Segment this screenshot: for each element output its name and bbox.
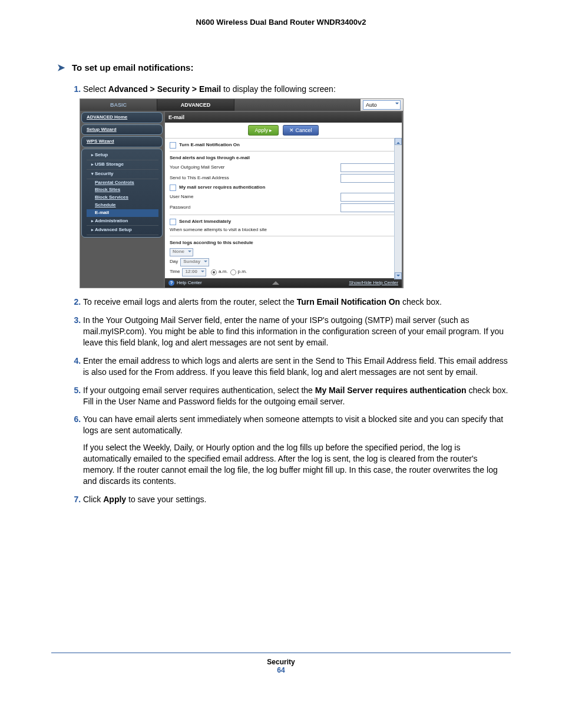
sidebar-block-sites[interactable]: Block Sites	[87, 186, 158, 194]
sidebar-parental-controls[interactable]: Parental Controls	[87, 179, 158, 187]
step-4: Enter the email address to which logs an…	[83, 355, 511, 378]
when-blocked-label: When someone attempts to visit a blocked…	[170, 227, 397, 233]
page-footer: Security 64	[51, 658, 511, 692]
day-select[interactable]: Sunday	[180, 258, 209, 266]
section-send-alerts: Send alerts and logs through e-mail	[170, 155, 397, 162]
panel-title: E-mail	[165, 112, 402, 123]
tab-advanced[interactable]: ADVANCED	[157, 99, 234, 111]
panel-form: Turn E-mail Notification On Send alerts …	[165, 139, 402, 278]
footer-rule	[51, 653, 511, 653]
footer-section: Security	[51, 658, 511, 666]
send-to-label: Send to This E-mail Address	[170, 175, 340, 182]
sidebar-advanced-home[interactable]: ADVANCED Home	[81, 112, 163, 123]
turn-notification-on-checkbox[interactable]	[170, 142, 176, 149]
scrollbar[interactable]	[394, 138, 402, 279]
sidebar-security[interactable]: Security	[87, 170, 158, 179]
language-select[interactable]: Auto	[363, 100, 401, 110]
turn-notification-on-label: Turn E-mail Notification On	[179, 142, 397, 149]
outgoing-server-input[interactable]	[340, 163, 397, 172]
step-3: In the Your Outgoing Mail Server field, …	[83, 315, 511, 348]
procedure-heading: ➤ To set up email notifications:	[57, 62, 511, 73]
panel-button-row: Apply ▸ ✕ Cancel	[165, 123, 402, 139]
send-to-input[interactable]	[340, 174, 397, 183]
time-select[interactable]: 12:00	[182, 268, 206, 276]
scrollbar-up-icon[interactable]	[395, 138, 402, 145]
send-alert-immediately-label: Send Alert Immediately	[179, 219, 397, 225]
schedule-select[interactable]: None	[170, 248, 193, 256]
scrollbar-down-icon[interactable]	[395, 272, 402, 279]
running-head: N600 Wireless Dual Band Router WNDR3400v…	[51, 18, 511, 27]
tab-basic[interactable]: BASIC	[80, 99, 157, 111]
auth-label: My mail server requires authentication	[179, 185, 397, 191]
send-alert-immediately-checkbox[interactable]	[170, 219, 176, 225]
sidebar-usb-storage[interactable]: USB Storage	[87, 160, 158, 170]
password-label: Password	[170, 205, 340, 211]
auth-checkbox[interactable]	[170, 185, 176, 191]
sidebar-setup[interactable]: Setup	[87, 151, 158, 160]
step-6: You can have email alerts sent immediate…	[83, 414, 511, 486]
sidebar-block-services[interactable]: Block Services	[87, 194, 158, 202]
pm-label: p.m.	[238, 269, 247, 275]
apply-button[interactable]: Apply ▸	[248, 125, 279, 136]
footer-page-number: 64	[51, 666, 511, 674]
am-radio[interactable]	[211, 269, 217, 275]
pm-radio[interactable]	[230, 269, 236, 275]
content-panel: E-mail Apply ▸ ✕ Cancel Turn E-mail Noti…	[165, 112, 402, 288]
sidebar-schedule[interactable]: Schedule	[87, 202, 158, 209]
step-5: If your outgoing email server requires a…	[83, 385, 511, 407]
sidebar-wps-wizard[interactable]: WPS Wizard	[81, 136, 163, 147]
sidebar-advanced-setup[interactable]: Advanced Setup	[87, 226, 158, 235]
sidebar-group: Setup USB Storage Security Parental Cont…	[81, 149, 163, 238]
cancel-button[interactable]: ✕ Cancel	[283, 125, 319, 136]
sidebar-setup-wizard[interactable]: Setup Wizard	[81, 124, 163, 136]
language-select-area: Auto	[360, 99, 403, 111]
steps-list: Select Advanced > Security > Email to di…	[65, 84, 511, 505]
panel-footer: Help Center Show/Hide Help Center	[165, 278, 402, 288]
time-label: Time	[170, 269, 180, 275]
show-hide-help-link[interactable]: Show/Hide Help Center	[349, 280, 398, 286]
footer-grip-icon	[272, 281, 279, 285]
help-center-link[interactable]: Help Center	[168, 280, 202, 286]
password-input[interactable]	[340, 203, 397, 212]
step-1: Select Advanced > Security > Email to di…	[83, 84, 511, 288]
router-ui-screenshot: BASIC ADVANCED Auto ADVANCED Home Setup …	[80, 98, 404, 288]
outgoing-server-label: Your Outgoing Mail Server	[170, 164, 340, 171]
sidebar-administration[interactable]: Administration	[87, 217, 158, 226]
sidebar: ADVANCED Home Setup Wizard WPS Wizard Se…	[80, 111, 164, 288]
username-label: User Name	[170, 194, 340, 200]
am-label: a.m.	[219, 269, 228, 275]
schedule-section-label: Send logs according to this schedule	[170, 240, 397, 246]
step-7: Click Apply to save your settings.	[83, 494, 511, 505]
arrow-icon: ➤	[57, 62, 65, 73]
day-label: Day	[170, 259, 178, 265]
step-2: To receive email logs and alerts from th…	[83, 297, 511, 308]
sidebar-email[interactable]: E-mail	[87, 209, 158, 217]
heading-text: To set up email notifications:	[72, 62, 193, 73]
username-input[interactable]	[340, 193, 397, 202]
